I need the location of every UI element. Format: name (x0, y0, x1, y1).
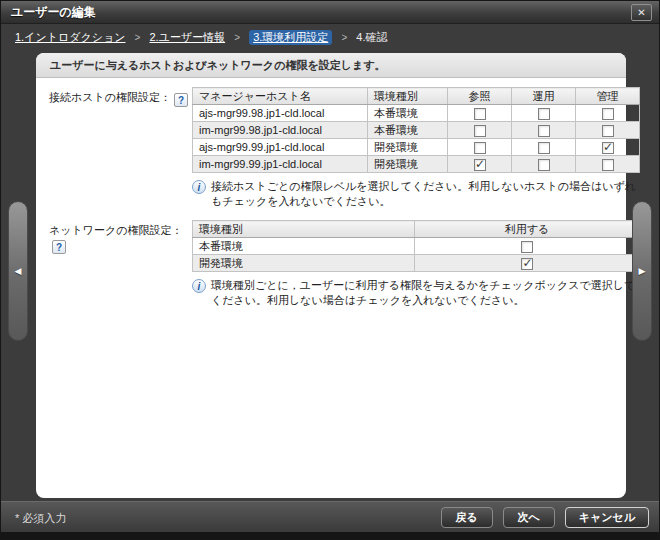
operate-checkbox[interactable] (538, 159, 550, 171)
content-panel: ユーザーに与えるホストおよびネットワークの権限を設定します。 接続ホストの権限設… (36, 53, 626, 498)
previous-page-button[interactable]: ◀ (8, 201, 28, 341)
footer-buttons: 戻る 次へ キャンセル (441, 507, 649, 528)
network-permission-content: 環境種別 利用する 本番環境 開発環境 (192, 220, 644, 319)
host-permission-label-wrap: 接続ホストの権限設定：? (49, 87, 192, 220)
info-icon: i (192, 180, 206, 194)
table-header-row: マネージャーホスト名 環境種別 参照 運用 管理 (193, 88, 640, 105)
breadcrumb-separator: > (341, 32, 347, 43)
operate-checkbox[interactable] (538, 142, 550, 154)
network-info-note: i 環境種別ごとに，ユーザーに利用する権限を与えるかをチェックボックスで選択して… (192, 278, 644, 308)
host-name-cell: ajs-mgr99.98.jp1-cld.local (193, 105, 368, 122)
env-type-cell: 本番環境 (193, 238, 415, 255)
view-checkbox[interactable] (474, 125, 486, 137)
panel-body: 接続ホストの権限設定：? マネージャーホスト名 環境種別 参照 運用 管理 (36, 78, 626, 328)
manage-checkbox[interactable] (602, 108, 614, 120)
table-row: im-mgr99.98.jp1-cld.local 本番環境 (193, 122, 640, 139)
cancel-button[interactable]: キャンセル (565, 507, 649, 528)
view-checkbox[interactable] (474, 142, 486, 154)
breadcrumb-step-confirm: 4.確認 (356, 31, 387, 43)
operate-checkbox[interactable] (538, 108, 550, 120)
use-checkbox[interactable] (521, 258, 533, 270)
column-header-env: 環境種別 (193, 221, 415, 238)
dialog-bottom-edge (1, 532, 659, 539)
operate-checkbox[interactable] (538, 125, 550, 137)
network-info-text: 環境種別ごとに，ユーザーに利用する権限を与えるかをチェックボックスで選択してくだ… (211, 278, 644, 308)
footer-bar: * 必須入力 戻る 次へ キャンセル (1, 501, 659, 532)
host-permission-content: マネージャーホスト名 環境種別 参照 運用 管理 ajs-mgr99.98.jp… (192, 87, 644, 220)
back-button[interactable]: 戻る (441, 507, 493, 528)
breadcrumb-separator: > (234, 32, 240, 43)
network-permission-label: ネットワークの権限設定： (49, 224, 183, 236)
table-row: 本番環境 (193, 238, 640, 255)
next-button[interactable]: 次へ (503, 507, 555, 528)
info-icon: i (192, 279, 206, 293)
column-header-view: 参照 (448, 88, 512, 105)
network-permission-label-wrap: ネットワークの権限設定：? (49, 220, 192, 319)
panel-description: ユーザーに与えるホストおよびネットワークの権限を設定します。 (36, 53, 626, 78)
view-checkbox[interactable] (474, 108, 486, 120)
title-bar: ユーザーの編集 ✕ (1, 1, 659, 24)
network-permission-table: 環境種別 利用する 本番環境 開発環境 (192, 220, 640, 272)
table-row: im-mgr99.99.jp1-cld.local 開発環境 (193, 156, 640, 173)
breadcrumb: 1.イントロダクション > 2.ユーザー情報 > 3.環境利用設定 > 4.確認 (15, 30, 651, 45)
breadcrumb-step-environment-current[interactable]: 3.環境利用設定 (249, 30, 332, 45)
left-arrow-icon: ◀ (15, 266, 22, 276)
host-permission-section: 接続ホストの権限設定：? マネージャーホスト名 環境種別 参照 運用 管理 (49, 87, 613, 220)
dialog-title: ユーザーの編集 (1, 1, 659, 23)
manage-checkbox[interactable] (602, 125, 614, 137)
breadcrumb-step-user-info[interactable]: 2.ユーザー情報 (149, 31, 225, 43)
column-header-env: 環境種別 (368, 88, 448, 105)
column-header-manage: 管理 (576, 88, 640, 105)
network-permission-section: ネットワークの権限設定：? 環境種別 利用する 本番 (49, 220, 613, 319)
breadcrumb-separator: > (135, 32, 141, 43)
host-info-note: i 接続ホストごとの権限レベルを選択してください。利用しないホストの場合はいずれ… (192, 179, 644, 209)
table-header-row: 環境種別 利用する (193, 221, 640, 238)
use-checkbox[interactable] (521, 241, 533, 253)
next-page-button[interactable]: ▶ (632, 201, 652, 341)
env-type-cell: 本番環境 (368, 105, 448, 122)
help-icon[interactable]: ? (52, 240, 66, 254)
column-header-use: 利用する (415, 221, 640, 238)
host-permission-label: 接続ホストの権限設定： (49, 91, 171, 103)
env-type-cell: 本番環境 (368, 122, 448, 139)
env-type-cell: 開発環境 (368, 139, 448, 156)
manage-checkbox[interactable] (602, 142, 614, 154)
view-checkbox[interactable] (474, 159, 486, 171)
host-name-cell: im-mgr99.99.jp1-cld.local (193, 156, 368, 173)
close-button[interactable]: ✕ (631, 4, 652, 21)
column-header-operate: 運用 (512, 88, 576, 105)
help-icon[interactable]: ? (174, 93, 188, 107)
manage-checkbox[interactable] (602, 159, 614, 171)
table-row: ajs-mgr99.98.jp1-cld.local 本番環境 (193, 105, 640, 122)
host-info-text: 接続ホストごとの権限レベルを選択してください。利用しないホストの場合はいずれもチ… (211, 179, 644, 209)
breadcrumb-step-introduction[interactable]: 1.イントロダクション (15, 31, 126, 43)
close-icon: ✕ (637, 7, 645, 18)
env-type-cell: 開発環境 (193, 255, 415, 272)
host-name-cell: im-mgr99.98.jp1-cld.local (193, 122, 368, 139)
host-name-cell: ajs-mgr99.99.jp1-cld.local (193, 139, 368, 156)
host-permission-table: マネージャーホスト名 環境種別 参照 運用 管理 ajs-mgr99.98.jp… (192, 87, 640, 173)
env-type-cell: 開発環境 (368, 156, 448, 173)
required-note: * 必須入力 (15, 511, 66, 526)
edit-user-dialog: ユーザーの編集 ✕ 1.イントロダクション > 2.ユーザー情報 > 3.環境利… (0, 0, 660, 540)
table-row: ajs-mgr99.99.jp1-cld.local 開発環境 (193, 139, 640, 156)
table-row: 開発環境 (193, 255, 640, 272)
column-header-host: マネージャーホスト名 (193, 88, 368, 105)
right-arrow-icon: ▶ (639, 266, 646, 276)
